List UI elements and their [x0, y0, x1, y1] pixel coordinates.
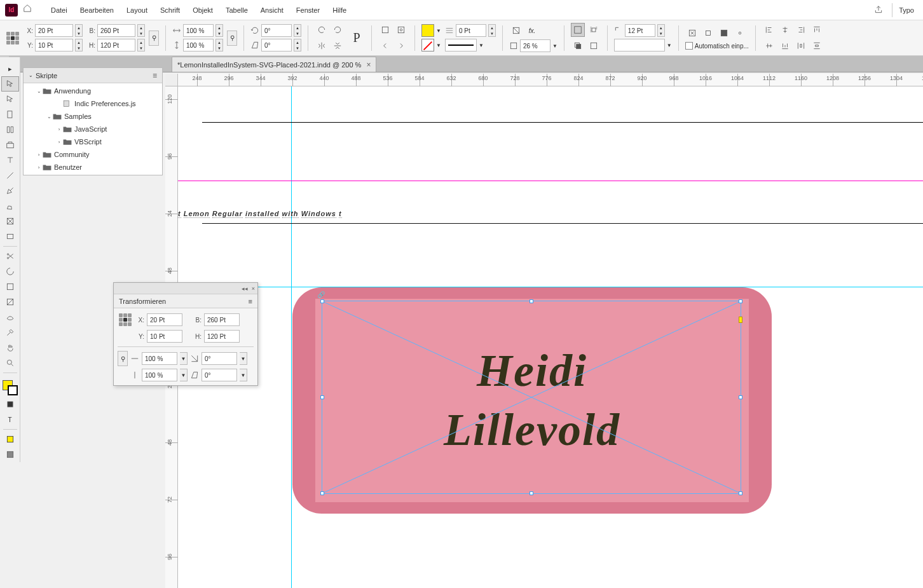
input-shear[interactable] — [261, 39, 292, 51]
input-rot[interactable] — [261, 24, 292, 37]
chevron-down-icon[interactable]: ▼ — [240, 369, 247, 381]
eyedropper-tool[interactable] — [1, 325, 19, 340]
object-styles-icon[interactable] — [587, 39, 601, 53]
tree-node-community[interactable]: ›Community — [24, 148, 162, 161]
selection-tool[interactable] — [1, 76, 19, 92]
spin-x[interactable]: ▲▼ — [75, 24, 83, 37]
gradient-feather-tool[interactable] — [1, 294, 19, 310]
tp-w[interactable] — [204, 313, 240, 326]
spin-shear[interactable]: ▲▼ — [294, 39, 301, 51]
pencil-tool[interactable] — [1, 198, 19, 214]
fit-content-icon[interactable] — [701, 26, 715, 40]
align-vcenter-icon[interactable] — [762, 39, 776, 53]
share-icon[interactable] — [874, 5, 883, 15]
align-top-icon[interactable] — [810, 23, 824, 37]
spin-sx[interactable]: ▲▼ — [215, 24, 223, 37]
flip-h-icon[interactable] — [315, 39, 329, 53]
wrap-none-icon[interactable] — [571, 23, 585, 37]
apply-color-icon[interactable] — [1, 397, 19, 412]
tp-sx[interactable] — [142, 352, 177, 365]
transform-tab[interactable]: Transformieren ≡ — [114, 294, 257, 308]
rotate-cw-icon[interactable] — [331, 23, 345, 37]
rectangle-tool[interactable] — [1, 229, 19, 244]
scripts-panel-tab[interactable]: ⌄ Skripte ≡ — [24, 68, 162, 83]
align-left-icon[interactable] — [762, 23, 776, 37]
menu-datei[interactable]: Datei — [44, 0, 74, 20]
reference-point[interactable] — [118, 312, 133, 327]
close-icon[interactable]: × — [366, 60, 371, 69]
select-container-icon[interactable] — [378, 23, 392, 37]
gradient-swatch-tool[interactable] — [1, 279, 19, 294]
menu-hilfe[interactable]: Hilfe — [326, 0, 353, 20]
content-collector-tool[interactable] — [1, 137, 19, 153]
corner-icon[interactable] — [614, 26, 623, 35]
corner-style-dropdown[interactable] — [614, 39, 665, 51]
tree-node-vbs[interactable]: ›VBScript — [24, 135, 162, 148]
constrain-scale-icon[interactable]: ⚲ — [227, 31, 237, 46]
reference-point[interactable] — [5, 31, 20, 46]
select-next-icon[interactable] — [394, 39, 408, 53]
chevron-down-icon[interactable]: ▼ — [240, 352, 247, 365]
collapse-icon[interactable]: ▸ — [1, 61, 19, 76]
document-tab[interactable]: *LemonInstalledInSystem-SVG-Placed-2021.… — [172, 57, 376, 72]
close-icon[interactable]: × — [252, 285, 255, 292]
tp-h[interactable] — [204, 330, 240, 343]
chevron-down-icon[interactable]: ▼ — [180, 369, 188, 381]
handle-ml[interactable] — [320, 395, 324, 399]
drop-shadow-icon[interactable] — [571, 39, 585, 53]
tree-node-app[interactable]: ⌄Anwendung — [24, 85, 162, 97]
menu-fenster[interactable]: Fenster — [290, 0, 326, 20]
menu-schrift[interactable]: Schrift — [154, 0, 186, 20]
spin-y[interactable]: ▲▼ — [75, 39, 83, 51]
input-opacity[interactable] — [520, 39, 550, 52]
flip-v-icon[interactable] — [331, 39, 345, 53]
fill-frame-icon[interactable] — [717, 26, 731, 40]
free-transform-tool[interactable] — [1, 264, 19, 279]
rectangle-frame-tool[interactable] — [1, 214, 19, 229]
scissors-tool[interactable] — [1, 249, 19, 264]
select-prev-icon[interactable] — [378, 39, 392, 53]
tp-y[interactable] — [147, 330, 182, 343]
ruler-origin[interactable] — [165, 74, 178, 86]
fit-frame-icon[interactable] — [685, 26, 699, 40]
note-tool[interactable] — [1, 310, 19, 325]
input-scale-y[interactable] — [183, 39, 214, 51]
input-y[interactable] — [35, 39, 73, 51]
zoom-tool[interactable] — [1, 355, 19, 371]
constrain-wh-icon[interactable]: ⚲ — [149, 31, 159, 46]
panel-menu-icon[interactable]: ≡ — [249, 297, 252, 305]
tp-shear[interactable] — [202, 369, 237, 381]
tp-rot[interactable] — [202, 352, 237, 365]
stroke-swatch[interactable] — [421, 39, 434, 51]
input-corner[interactable] — [625, 24, 655, 37]
screen-mode-preview[interactable] — [1, 447, 19, 462]
home-icon[interactable] — [23, 4, 36, 17]
input-scale-x[interactable] — [183, 24, 214, 37]
headline-textframe[interactable]: t Lemon Regular installed with Windows t — [178, 188, 923, 223]
gap-tool[interactable] — [1, 122, 19, 137]
type-tool[interactable] — [1, 153, 19, 168]
auto-fit-checkbox[interactable] — [685, 42, 693, 50]
handle-br[interactable] — [739, 491, 742, 495]
stroke-style-dropdown[interactable] — [445, 39, 477, 51]
spin-corner[interactable]: ▲▼ — [657, 24, 665, 37]
handle-mr[interactable] — [739, 395, 742, 399]
handle-tm[interactable] — [530, 299, 533, 303]
workspace-typo[interactable]: Typo — [895, 6, 918, 14]
tp-x[interactable] — [147, 313, 182, 326]
align-hcenter-icon[interactable] — [778, 23, 792, 37]
select-content-icon[interactable] — [394, 23, 408, 37]
selection-frame[interactable]: 🔗 — [322, 301, 741, 494]
handle-tl[interactable] — [320, 299, 324, 303]
direct-selection-tool[interactable] — [1, 92, 19, 107]
live-corner-widget[interactable] — [739, 317, 742, 323]
constrain-scale-icon[interactable]: ⚲ — [118, 351, 128, 366]
page-surface[interactable]: t Lemon Regular installed with Windows t… — [178, 86, 923, 588]
format-container-icon[interactable]: T — [1, 412, 19, 427]
align-right-icon[interactable] — [794, 23, 808, 37]
menu-tabelle[interactable]: Tabelle — [219, 0, 254, 20]
hand-tool[interactable] — [1, 340, 19, 355]
menu-objekt[interactable]: Objekt — [186, 0, 219, 20]
input-stroke-weight[interactable] — [456, 24, 486, 37]
handle-bl[interactable] — [320, 491, 324, 495]
